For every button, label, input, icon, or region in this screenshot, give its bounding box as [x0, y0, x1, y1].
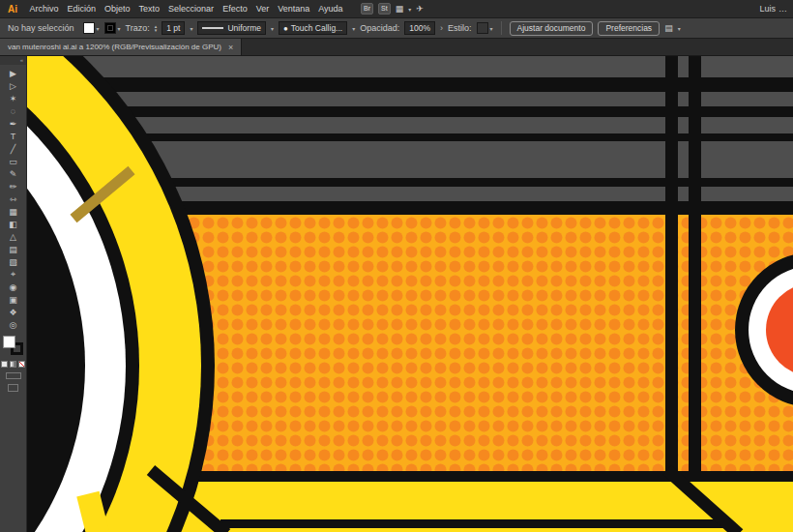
mesh-tool[interactable]: ▤ — [0, 243, 26, 255]
line-segment-tool[interactable]: ╱ — [0, 142, 26, 155]
width-tool[interactable]: ⇿ — [0, 192, 26, 205]
fill-stroke-widget[interactable] — [3, 336, 23, 355]
menubar: Ai ArchivoEdiciónObjetoTextoSeleccionarE… — [0, 0, 793, 17]
magic-wand-tool[interactable]: ✶ — [0, 92, 26, 104]
chevron-down-icon[interactable]: ▾ — [118, 25, 121, 32]
pen-tool[interactable]: ✒ — [0, 117, 26, 130]
opacity-field[interactable]: 100% — [404, 21, 435, 35]
menubar-icons: Br St ▦ ▾ ✈ — [361, 3, 424, 15]
selection-status: No hay selección — [8, 23, 74, 33]
menu-item[interactable]: Ventana — [274, 0, 314, 17]
artwork — [27, 56, 793, 532]
close-tab-icon[interactable]: × — [228, 43, 233, 52]
chevron-down-icon[interactable]: ▾ — [678, 25, 681, 32]
canvas[interactable] — [27, 56, 793, 532]
stroke-color-swatch[interactable] — [104, 22, 116, 34]
perspective-grid-tool[interactable]: △ — [0, 230, 26, 243]
blend-tool[interactable]: ◉ — [0, 281, 26, 293]
hand-tool[interactable]: ❖ — [0, 306, 26, 318]
style-control[interactable]: ▾ — [477, 22, 493, 34]
gradient-tool[interactable]: ▧ — [0, 255, 26, 268]
preferences-button[interactable]: Preferencias — [598, 21, 660, 36]
arrange-documents-icon[interactable]: ▤ — [664, 23, 673, 33]
free-transform-tool[interactable]: ▦ — [0, 205, 26, 218]
style-swatch[interactable] — [477, 22, 488, 34]
stroke-weight-label: Trazo: — [126, 23, 150, 33]
eyedropper-tool[interactable]: ⌖ — [0, 268, 26, 281]
color-button[interactable] — [1, 361, 8, 368]
brush-dropdown[interactable]: ● Touch Callig... — [279, 21, 347, 35]
share-icon[interactable]: ✈ — [416, 4, 424, 14]
shape-builder-tool[interactable]: ◧ — [0, 218, 26, 230]
menu-item[interactable]: Ayuda — [314, 0, 347, 17]
chevron-down-icon[interactable]: ▾ — [190, 25, 192, 32]
stroke-profile-value: Uniforme — [227, 23, 260, 33]
stock-badge[interactable]: St — [378, 3, 391, 15]
tab-bar-empty — [242, 39, 793, 55]
paint-buttons — [1, 361, 25, 368]
paintbrush-tool[interactable]: ✎ — [0, 167, 26, 180]
chevron-down-icon[interactable]: ▾ — [271, 25, 274, 32]
selection-tool[interactable]: ▶ — [0, 67, 26, 79]
tools-panel: « ▶ ▷ ✶ ◌ ✒ T ╱ ▭ — [0, 56, 27, 532]
stroke-weight-stepper[interactable]: ▴ ▾ — [155, 24, 158, 32]
menu-item[interactable]: Efecto — [219, 0, 252, 17]
menu-item[interactable]: Objeto — [101, 0, 135, 17]
chevron-down-icon[interactable]: ▾ — [97, 25, 100, 32]
stripe — [27, 77, 793, 92]
opacity-panel-chevron-icon[interactable]: › — [440, 23, 443, 33]
chevron-down-icon[interactable]: ▾ — [408, 6, 411, 13]
user-menu[interactable]: Luis … — [759, 4, 787, 14]
lasso-tool[interactable]: ◌ — [0, 104, 26, 117]
gradient-button[interactable] — [10, 361, 16, 368]
document-tab-title: van mutenroshi ai.ai a 1200% (RGB/Previs… — [8, 43, 221, 51]
app-logo: Ai — [0, 4, 25, 15]
menu-item[interactable]: Seleccionar — [164, 0, 219, 17]
brush-value: Touch Callig... — [291, 23, 342, 33]
brush-icon: ● — [283, 24, 288, 33]
bridge-badge[interactable]: Br — [361, 3, 373, 15]
tool-list: ▶ ▷ ✶ ◌ ✒ T ╱ ▭ ✎ ✏ — [0, 65, 26, 331]
user-name: Luis — [759, 4, 776, 14]
stroke-profile-icon — [202, 27, 223, 29]
rectangle-tool[interactable]: ▭ — [0, 155, 26, 167]
stepper-down-icon[interactable]: ▾ — [155, 28, 158, 32]
menu-list: ArchivoEdiciónObjetoTextoSeleccionarEfec… — [25, 0, 347, 17]
band-black-line — [220, 519, 723, 528]
stroke-color-control[interactable]: ▾ — [104, 22, 121, 34]
workspace-icon[interactable]: ▦ — [396, 4, 404, 14]
screen-mode-button[interactable] — [8, 384, 18, 392]
chevron-down-icon[interactable]: ▾ — [352, 25, 355, 32]
stroke-profile-dropdown[interactable]: Uniforme — [197, 21, 265, 35]
main-area: « ▶ ▷ ✶ ◌ ✒ T ╱ ▭ — [0, 56, 793, 532]
fill-indicator[interactable] — [3, 336, 15, 348]
illustrator-app: Ai ArchivoEdiciónObjetoTextoSeleccionarE… — [0, 0, 793, 532]
stroke-weight-field[interactable]: 1 pt — [162, 21, 185, 35]
fill-color-swatch[interactable] — [83, 22, 95, 34]
menu-item[interactable]: Edición — [63, 0, 101, 17]
menu-item[interactable]: Ver — [251, 0, 274, 17]
direct-selection-tool[interactable]: ▷ — [0, 79, 26, 92]
fit-document-button[interactable]: Ajustar documento — [510, 21, 594, 36]
drawing-mode-button[interactable] — [6, 372, 21, 379]
vertical-line — [689, 56, 701, 482]
stroke-weight-value: 1 pt — [166, 23, 180, 33]
menu-item[interactable]: Texto — [134, 0, 164, 17]
opacity-label: Opacidad: — [360, 23, 399, 33]
pencil-tool[interactable]: ✏ — [0, 180, 26, 192]
document-tab[interactable]: van mutenroshi ai.ai a 1200% (RGB/Previs… — [0, 39, 242, 55]
toolbar-collapse-icon[interactable]: « — [0, 56, 26, 65]
type-tool[interactable]: T — [0, 130, 26, 142]
divider — [501, 21, 502, 35]
chevron-down-icon[interactable]: ▾ — [490, 25, 493, 32]
opacity-value: 100% — [409, 23, 430, 33]
fill-color-control[interactable]: ▾ — [83, 22, 100, 34]
menu-item[interactable]: Archivo — [25, 0, 63, 17]
style-label: Estilo: — [448, 23, 472, 33]
stripe — [27, 106, 793, 117]
more-icon: … — [778, 4, 787, 14]
none-button[interactable] — [18, 361, 25, 368]
zoom-tool[interactable]: ◎ — [0, 318, 26, 331]
artboard-tool[interactable]: ▣ — [0, 293, 26, 306]
vertical-line — [665, 56, 678, 482]
